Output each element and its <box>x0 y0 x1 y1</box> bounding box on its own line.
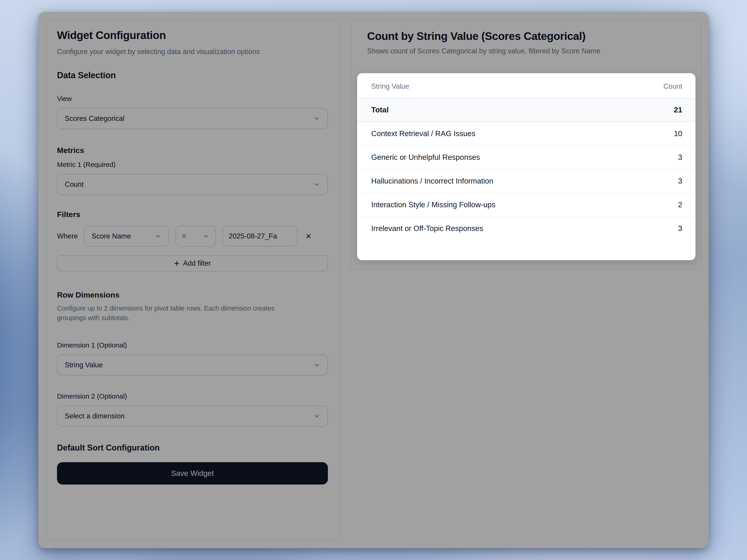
row-label: Total <box>371 106 389 114</box>
row-label: Hallucinations / Incorrect Information <box>371 177 493 185</box>
table-row: Irrelevant or Off-Topic Responses 3 <box>357 217 695 240</box>
table-header-row: String Value Count <box>357 73 695 98</box>
table-row: Interaction Style / Missing Follow-ups 2 <box>357 193 695 217</box>
row-count: 2 <box>678 200 682 209</box>
row-label: Irrelevant or Off-Topic Responses <box>371 224 483 233</box>
widget-config-dialog: Widget Configuration Configure your widg… <box>38 12 709 548</box>
row-count: 10 <box>674 129 682 138</box>
pivot-table-card: String Value Count Total 21 Context Retr… <box>357 73 695 260</box>
row-label: Generic or Unhelpful Responses <box>371 153 480 162</box>
row-count: 3 <box>678 153 682 162</box>
table-body: Context Retrieval / RAG Issues 10 Generi… <box>357 122 695 240</box>
row-count: 3 <box>678 177 682 185</box>
table-row: Generic or Unhelpful Responses 3 <box>357 146 695 170</box>
row-count: 21 <box>674 106 682 114</box>
row-count: 3 <box>678 224 682 233</box>
table-row: Context Retrieval / RAG Issues 10 <box>357 122 695 146</box>
row-label: Interaction Style / Missing Follow-ups <box>371 200 495 209</box>
column-header-string-value: String Value <box>371 82 409 91</box>
row-label: Context Retrieval / RAG Issues <box>371 129 475 138</box>
column-header-count: Count <box>663 82 682 91</box>
table-row: Hallucinations / Incorrect Information 3 <box>357 170 695 193</box>
table-total-row: Total 21 <box>357 98 695 122</box>
